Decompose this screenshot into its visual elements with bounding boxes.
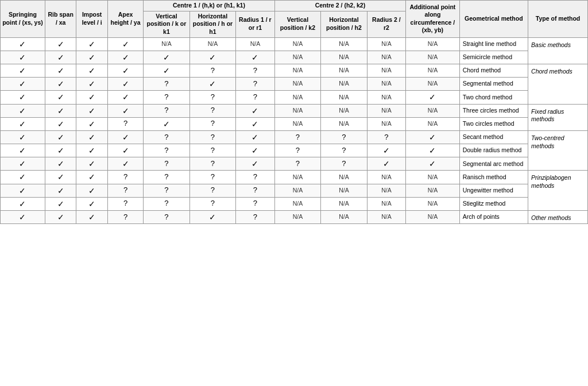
- cell-rib: ✓: [45, 130, 76, 144]
- cell-horiz2: N/A: [321, 211, 367, 224]
- table-row: ✓✓✓✓??✓???✓Secant methodTwo-centred meth…: [1, 130, 588, 144]
- cell-vert2: N/A: [274, 211, 320, 224]
- cell-springing: ✓: [1, 37, 45, 51]
- col-header-geom: Geometrical method: [459, 1, 528, 38]
- cell-impost: ✓: [76, 64, 108, 77]
- table-row: ✓✓✓✓✓??N/AN/AN/AN/AChord methodChord met…: [1, 64, 588, 77]
- cell-vert1: ?: [144, 78, 189, 91]
- cell-rib: ✓: [45, 117, 76, 130]
- cell-type: Basic methods: [528, 37, 588, 64]
- cell-r2: N/A: [367, 171, 406, 184]
- cell-rib: ✓: [45, 157, 76, 171]
- col-header-centre2: Centre 2 / (h2, k2): [274, 1, 406, 11]
- cell-rib: ✓: [45, 37, 76, 51]
- cell-vert2: ?: [274, 144, 320, 157]
- cell-springing: ✓: [1, 64, 45, 77]
- cell-horiz1: ?: [189, 104, 235, 117]
- cell-horiz2: N/A: [321, 197, 367, 210]
- cell-vert2: N/A: [274, 64, 320, 77]
- cell-additional: N/A: [406, 37, 459, 51]
- cell-rib: ✓: [45, 78, 76, 91]
- main-table-container: Springing point / (xs, ys) Rib span / xa…: [0, 0, 588, 224]
- table-row: ✓✓✓????N/AN/AN/AN/AUngewitter method: [1, 184, 588, 197]
- cell-vert1: ?: [144, 144, 189, 157]
- cell-r2: N/A: [367, 37, 406, 51]
- col-header-additional: Additional point along circumference / (…: [406, 1, 459, 38]
- cell-horiz1: ?: [189, 91, 235, 104]
- cell-impost: ✓: [76, 211, 108, 224]
- cell-vert2: N/A: [274, 51, 320, 64]
- col-header-r2: Radius 2 / r2: [367, 11, 406, 37]
- cell-vert2: N/A: [274, 171, 320, 184]
- cell-springing: ✓: [1, 51, 45, 64]
- col-header-horiz1: Horizontal position / h or h1: [189, 11, 235, 37]
- cell-horiz2: N/A: [321, 184, 367, 197]
- cell-additional: N/A: [406, 197, 459, 210]
- cell-geom: Segmental arc method: [459, 157, 528, 171]
- table-row: ✓✓✓✓??✓??✓✓Segmental arc method: [1, 157, 588, 171]
- cell-geom: Two circles method: [459, 117, 528, 130]
- cell-r2: N/A: [367, 104, 406, 117]
- cell-geom: Chord method: [459, 64, 528, 77]
- cell-r2: N/A: [367, 91, 406, 104]
- cell-geom: Double radius method: [459, 144, 528, 157]
- cell-horiz2: N/A: [321, 37, 367, 51]
- cell-vert1: ?: [144, 130, 189, 144]
- cell-r2: N/A: [367, 184, 406, 197]
- cell-geom: Three circles method: [459, 104, 528, 117]
- cell-type: Two-centred methods: [528, 130, 588, 171]
- cell-r1: ✓: [236, 157, 275, 171]
- cell-geom: Ungewitter method: [459, 184, 528, 197]
- cell-horiz2: N/A: [321, 91, 367, 104]
- cell-rib: ✓: [45, 211, 76, 224]
- table-row: ✓✓✓?✓?✓N/AN/AN/AN/ATwo circles method: [1, 117, 588, 130]
- cell-apex: ?: [107, 197, 143, 210]
- cell-apex: ✓: [107, 64, 143, 77]
- cell-vert1: ✓: [144, 51, 189, 64]
- cell-horiz1: N/A: [189, 37, 235, 51]
- cell-impost: ✓: [76, 171, 108, 184]
- table-row: ✓✓✓✓✓✓✓N/AN/AN/AN/ASemicircle method: [1, 51, 588, 64]
- cell-horiz1: ?: [189, 171, 235, 184]
- cell-impost: ✓: [76, 144, 108, 157]
- cell-apex: ✓: [107, 130, 143, 144]
- cell-horiz1: ?: [189, 157, 235, 171]
- col-header-horiz2: Horizontal position / h2: [321, 11, 367, 37]
- cell-type: Fixed radius methods: [528, 104, 588, 130]
- cell-horiz2: N/A: [321, 64, 367, 77]
- table-row: ✓✓✓✓??✓??✓✓Double radius method: [1, 144, 588, 157]
- table-row: ✓✓✓✓???N/AN/AN/A✓Two chord method: [1, 91, 588, 104]
- cell-vert1: ✓: [144, 117, 189, 130]
- col-header-rib: Rib span / xa: [45, 1, 76, 38]
- cell-geom: Arch of points: [459, 211, 528, 224]
- cell-vert1: ?: [144, 91, 189, 104]
- cell-apex: ?: [107, 117, 143, 130]
- cell-apex: ✓: [107, 104, 143, 117]
- col-header-r1: Radius 1 / r or r1: [236, 11, 275, 37]
- cell-type: Other methods: [528, 211, 588, 224]
- col-header-impost: Impost level / i: [76, 1, 108, 38]
- cell-additional: N/A: [406, 78, 459, 91]
- cell-horiz1: ?: [189, 184, 235, 197]
- cell-type: Chord methods: [528, 64, 588, 104]
- cell-impost: ✓: [76, 117, 108, 130]
- cell-horiz1: ?: [189, 117, 235, 130]
- cell-additional: ✓: [406, 144, 459, 157]
- cell-geom: Straight line method: [459, 37, 528, 51]
- cell-horiz1: ✓: [189, 51, 235, 64]
- cell-horiz1: ✓: [189, 78, 235, 91]
- methods-table: Springing point / (xs, ys) Rib span / xa…: [0, 0, 588, 224]
- cell-rib: ✓: [45, 171, 76, 184]
- col-header-centre1: Centre 1 / (h,k) or (h1, k1): [144, 1, 274, 11]
- cell-r1: ?: [236, 171, 275, 184]
- cell-rib: ✓: [45, 197, 76, 210]
- cell-r1: ✓: [236, 104, 275, 117]
- cell-additional: ✓: [406, 157, 459, 171]
- table-row: ✓✓✓????N/AN/AN/AN/AStieglitz method: [1, 197, 588, 210]
- table-row: ✓✓✓??✓?N/AN/AN/AN/AArch of pointsOther m…: [1, 211, 588, 224]
- cell-r2: ✓: [367, 144, 406, 157]
- cell-vert1: ?: [144, 157, 189, 171]
- cell-springing: ✓: [1, 104, 45, 117]
- cell-geom: Secant method: [459, 130, 528, 144]
- cell-apex: ✓: [107, 78, 143, 91]
